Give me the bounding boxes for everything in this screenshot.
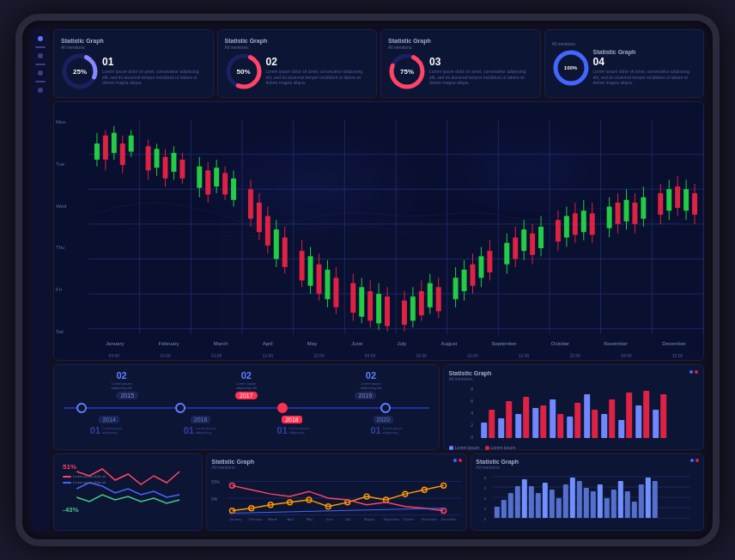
svg-rect-167 — [618, 420, 624, 438]
stat-card-2: Statistic Graph All mentions: 50% 02 — [217, 29, 378, 98]
stat-card-3-sub: All mentions: — [388, 45, 533, 50]
svg-text:August: August — [364, 517, 375, 521]
svg-rect-223 — [556, 498, 562, 518]
svg-rect-163 — [584, 394, 590, 438]
svg-rect-232 — [618, 481, 623, 518]
stat-card-2-text: Lorem ipsum dolor sit amet, consectetur … — [266, 69, 370, 86]
tl-node-2020[interactable] — [380, 403, 391, 413]
svg-text:April: April — [288, 517, 295, 521]
svg-text:October: October — [403, 517, 415, 521]
sidebar-item-4[interactable] — [38, 88, 43, 93]
time-11: 04:00 — [621, 353, 632, 358]
svg-rect-75 — [333, 277, 338, 307]
svg-rect-221 — [543, 483, 548, 518]
time-5: 22:00 — [313, 353, 325, 358]
svg-rect-224 — [563, 484, 568, 518]
svg-rect-153 — [498, 418, 504, 438]
svg-rect-71 — [317, 265, 322, 294]
tl-node-2016[interactable] — [175, 403, 185, 413]
svg-rect-47 — [197, 167, 202, 188]
sidebar-item-1[interactable] — [38, 36, 43, 41]
sidebar-item-2[interactable] — [38, 53, 43, 58]
svg-rect-152 — [489, 410, 495, 438]
pdot-red — [695, 370, 698, 374]
panel-dots — [689, 370, 698, 374]
month-november: November — [604, 341, 628, 346]
tl-bot-num-2: 01 — [184, 425, 194, 435]
line-pdot-blue — [453, 459, 457, 462]
time-8: 01:00 — [467, 353, 478, 358]
svg-rect-69 — [308, 256, 313, 285]
svg-rect-218 — [522, 479, 527, 518]
main-content: Statistic Graph All mentions: 25% 01 — [53, 29, 704, 531]
x-month-labels: January February March April May June Ju… — [88, 341, 703, 346]
stat-card-1-text: Lorem ipsum dolor sit amet, consectetur … — [102, 69, 206, 86]
svg-text:4: 4 — [484, 496, 487, 501]
svg-rect-164 — [592, 410, 598, 438]
svg-rect-45 — [179, 160, 185, 179]
svg-rect-27 — [94, 143, 100, 160]
svg-rect-159 — [550, 399, 556, 438]
svg-rect-107 — [504, 243, 509, 265]
tl-node-2018[interactable] — [277, 403, 288, 413]
svg-rect-226 — [577, 481, 582, 518]
stat-card-3-title: Statistic Graph — [388, 38, 533, 44]
svg-rect-170 — [643, 391, 649, 438]
svg-rect-117 — [556, 220, 561, 241]
svg-rect-217 — [515, 486, 520, 518]
svg-rect-37 — [146, 146, 151, 170]
svg-rect-234 — [632, 502, 637, 518]
svg-rect-145 — [692, 193, 697, 215]
svg-rect-158 — [540, 405, 546, 438]
stat-card-4-title: Statistic Graph — [593, 49, 697, 55]
svg-rect-172 — [660, 394, 666, 438]
stat-card-4-percent: 100% — [564, 65, 577, 70]
svg-rect-215 — [501, 500, 507, 518]
svg-rect-65 — [282, 238, 288, 267]
bar-chart-title: Statistic Graph — [449, 370, 492, 376]
svg-rect-91 — [419, 291, 424, 315]
svg-text:January: January — [230, 517, 242, 521]
tl-badge-2015: 2015 — [116, 392, 138, 399]
svg-rect-141 — [675, 186, 680, 208]
svg-rect-59 — [257, 203, 262, 232]
wide-bar-svg: 8 6 4 2 0 — [476, 472, 699, 524]
time-2: 15:00 — [160, 353, 171, 358]
sidebar-line-2 — [35, 64, 46, 65]
svg-rect-31 — [112, 133, 117, 153]
svg-rect-157 — [532, 408, 538, 438]
time-6: 04:00 — [365, 353, 376, 358]
svg-rect-79 — [359, 287, 364, 316]
svg-rect-109 — [513, 238, 518, 259]
month-january: January — [106, 341, 124, 346]
tl-text-1: Lorem ipsumadipiscing elit — [112, 381, 132, 390]
line-chart-medium-header: Statistic Graph All mentions: — [211, 459, 462, 470]
svg-rect-216 — [508, 493, 513, 518]
stat-card-4-text: Lorem ipsum dolor sit amet, consectetur … — [593, 69, 697, 86]
y-label-fri: Fri — [56, 287, 66, 292]
svg-rect-229 — [598, 484, 603, 518]
tl-text-3: Lorem ipsumadipiscing elit — [361, 381, 381, 390]
svg-text:December: December — [441, 517, 458, 521]
svg-rect-85 — [385, 296, 390, 326]
sidebar-item-3[interactable] — [38, 70, 43, 76]
bar-chart-svg: 8 6 4 2 0 — [449, 384, 698, 440]
bar-chart-wide-header: Statistic Graph All mentions: — [476, 459, 699, 470]
pct-positive: 51% — [63, 463, 76, 471]
svg-rect-162 — [574, 403, 580, 438]
time-12: 15:00 — [672, 353, 683, 358]
svg-rect-93 — [428, 283, 433, 307]
svg-text:2: 2 — [484, 507, 487, 511]
time-4: 11:00 — [263, 353, 274, 358]
svg-rect-155 — [515, 414, 521, 438]
stat-card-1-percent: 25% — [73, 67, 87, 75]
sidebar — [31, 29, 50, 531]
stat-card-4-donut: 100% — [552, 49, 590, 87]
legend-red: Lorem ipsum — [485, 445, 516, 450]
svg-rect-233 — [625, 491, 630, 518]
stat-card-3-percent: 75% — [400, 67, 414, 75]
time-7: 15:00 — [416, 353, 428, 358]
tl-node-2014[interactable] — [76, 403, 87, 413]
svg-rect-137 — [658, 193, 663, 215]
month-october: October — [551, 341, 569, 346]
